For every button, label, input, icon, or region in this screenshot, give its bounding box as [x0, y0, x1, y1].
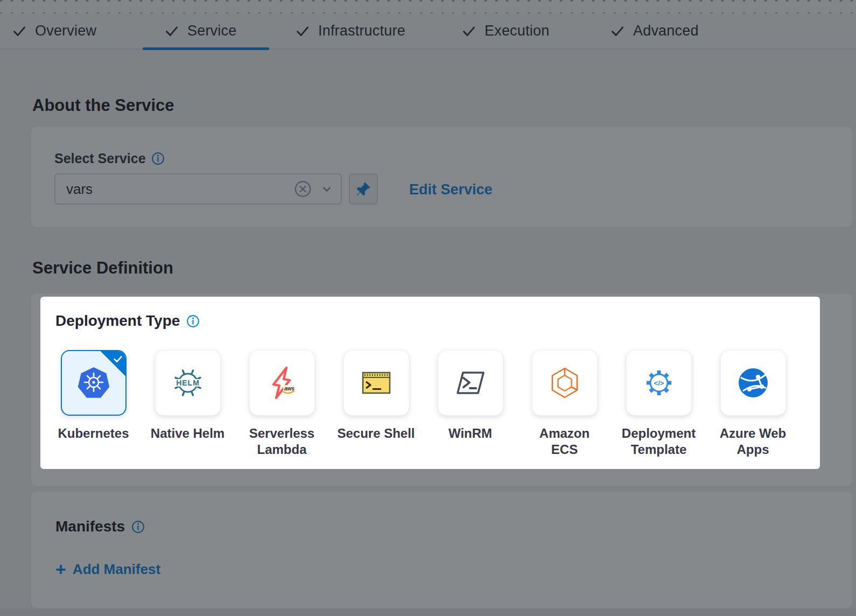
tab-label: Advanced [633, 23, 699, 39]
native-helm-icon: HELM [171, 366, 205, 400]
tile-label: Deployment Template [622, 425, 696, 458]
deployment-type-winrm[interactable]: WinRM [423, 350, 517, 458]
tab-label: Infrastructure [318, 23, 405, 39]
check-icon [295, 24, 310, 38]
add-manifest-label: Add Manifest [73, 561, 160, 578]
edit-service-link[interactable]: Edit Service [409, 181, 493, 198]
info-icon[interactable] [131, 520, 145, 534]
tile-label: Native Helm [151, 425, 224, 442]
select-service-label: Select Service [54, 151, 146, 166]
deployment-type-amazon-ecs[interactable]: Amazon ECS [517, 350, 612, 458]
pipeline-canvas-dots [0, 0, 856, 13]
tab-service[interactable]: Service [164, 13, 236, 48]
deployment-template-icon: </> [642, 366, 676, 400]
selected-corner [100, 351, 126, 376]
tile-label: Kubernetes [58, 425, 129, 442]
tab-label: Execution [485, 23, 549, 39]
check-icon [461, 24, 476, 38]
check-icon [610, 24, 625, 38]
clear-icon[interactable] [294, 180, 312, 198]
deployment-type-serverless-lambda[interactable]: aws Serverless Lambda [235, 350, 329, 458]
deployment-type-native-helm[interactable]: HELM Native Helm [141, 350, 235, 458]
plus-icon: + [55, 560, 66, 578]
modal-bottom-edge [0, 608, 856, 616]
info-icon[interactable] [151, 152, 165, 165]
about-service-heading: About the Service [32, 96, 174, 115]
winrm-icon [453, 366, 488, 400]
tab-execution[interactable]: Execution [461, 13, 549, 48]
check-icon [164, 24, 179, 38]
azure-web-apps-icon [736, 366, 770, 400]
svg-text:</>: </> [654, 379, 664, 387]
pin-service-button[interactable] [349, 173, 378, 205]
check-icon [12, 24, 26, 38]
tab-label: Service [187, 23, 236, 39]
pin-icon [355, 180, 372, 198]
selected-check-icon [112, 353, 124, 365]
svg-text:HELM: HELM [176, 379, 200, 387]
service-config-screen: Overview Service Infrastructure Executio… [0, 0, 856, 616]
tile-label: Secure Shell [337, 425, 415, 442]
deployment-type-azure-web-apps[interactable]: Azure Web Apps [706, 350, 800, 458]
tab-advanced[interactable]: Advanced [610, 13, 699, 48]
tab-overview[interactable]: Overview [12, 13, 96, 48]
info-icon[interactable] [186, 314, 200, 328]
tile-label: WinRM [448, 425, 492, 442]
add-manifest-button[interactable]: + Add Manifest [55, 560, 160, 578]
manifests-card [31, 492, 852, 608]
active-tab-underline [143, 47, 269, 50]
serverless-lambda-icon: aws [265, 366, 299, 400]
deployment-type-list: Kubernetes HELM [46, 350, 800, 458]
deployment-type-secure-shell[interactable]: Secure Shell [329, 350, 423, 458]
service-definition-heading: Service Definition [32, 258, 173, 278]
tile-label: Azure Web Apps [720, 425, 787, 458]
secure-shell-icon [359, 366, 394, 400]
svg-text:aws: aws [284, 386, 294, 391]
tab-label: Overview [35, 23, 96, 39]
amazon-ecs-icon [548, 366, 582, 400]
deployment-type-label: Deployment Type [55, 312, 180, 330]
tab-infrastructure[interactable]: Infrastructure [295, 13, 405, 48]
chevron-down-icon[interactable] [319, 181, 334, 197]
manifests-heading: Manifests [55, 518, 125, 535]
deployment-type-kubernetes[interactable]: Kubernetes [46, 350, 141, 458]
tile-label: Serverless Lambda [249, 425, 314, 458]
tile-label: Amazon ECS [539, 425, 590, 458]
stage-tabbar: Overview Service Infrastructure Executio… [0, 13, 856, 50]
deployment-type-deployment-template[interactable]: </> Deployment Template [612, 350, 706, 458]
